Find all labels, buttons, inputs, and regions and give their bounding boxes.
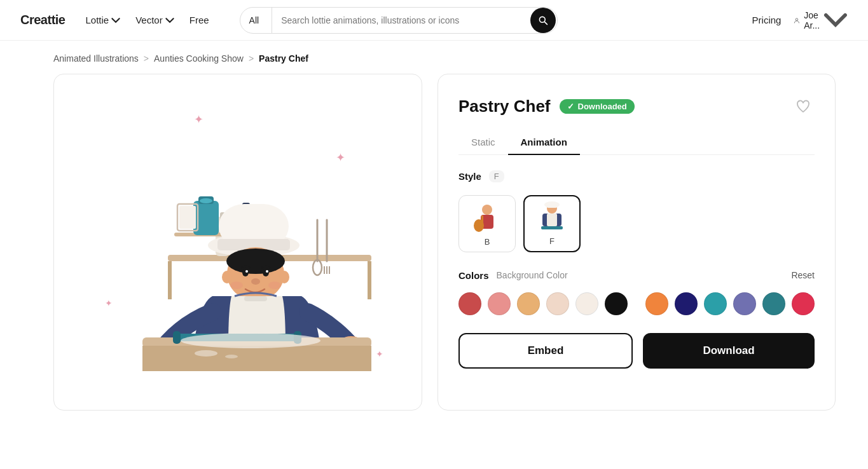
svg-point-39 <box>251 278 260 285</box>
style-row: Style F <box>458 170 815 182</box>
chevron-down-icon <box>111 16 120 25</box>
color-swatch-2[interactable] <box>517 292 540 315</box>
svg-point-24 <box>313 260 322 275</box>
user-icon <box>794 13 800 27</box>
svg-point-36 <box>263 269 269 276</box>
vector-menu[interactable]: Vector <box>135 15 174 25</box>
search-category-selector[interactable]: All <box>240 8 273 33</box>
search-button[interactable] <box>530 8 556 33</box>
svg-point-52 <box>225 355 238 358</box>
style-card-b-label: B <box>485 237 490 247</box>
svg-point-2 <box>796 18 799 20</box>
chevron-down-icon <box>165 16 174 25</box>
detail-header: Pastry Chef Downloaded <box>458 95 815 118</box>
svg-rect-62 <box>541 226 563 229</box>
color-swatches <box>458 292 815 315</box>
asset-title: Pastry Chef <box>458 97 551 116</box>
svg-point-40 <box>230 282 243 289</box>
color-swatch-6[interactable] <box>645 292 668 315</box>
color-swatch-4[interactable] <box>575 292 598 315</box>
sparkle-decoration: ✦ <box>194 112 203 126</box>
tabs: Static Animation <box>458 130 815 155</box>
search-bar: All <box>240 7 558 34</box>
style-card-f-label: F <box>549 236 555 246</box>
color-swatch-9[interactable] <box>733 292 756 315</box>
detail-panel: Pastry Chef Downloaded Static Animation … <box>437 74 836 411</box>
svg-point-50 <box>181 333 320 348</box>
style-f-preview <box>530 200 574 236</box>
reset-button[interactable]: Reset <box>791 270 815 280</box>
breadcrumb-sep-2: > <box>249 53 254 64</box>
style-card-b[interactable]: B <box>458 195 516 252</box>
svg-rect-56 <box>481 215 483 227</box>
style-cards: B F <box>458 195 815 252</box>
breadcrumb-current: Pastry Chef <box>259 53 308 64</box>
action-buttons: Embed Download <box>458 333 815 369</box>
pricing-link[interactable]: Pricing <box>752 15 782 25</box>
color-swatch-7[interactable] <box>675 292 698 315</box>
style-label: Style <box>458 171 481 182</box>
color-swatch-5[interactable] <box>605 292 628 315</box>
colors-row: Colors Background Color Reset <box>458 270 815 281</box>
colors-label: Colors <box>458 270 489 281</box>
svg-point-34 <box>279 271 289 283</box>
color-swatch-3[interactable] <box>546 292 569 315</box>
style-b-preview <box>465 200 509 237</box>
breadcrumb-animated-illustrations[interactable]: Animated Illustrations <box>53 53 139 64</box>
search-input[interactable] <box>272 8 530 33</box>
main-layout: ✦ ✦ ✦ ✦ <box>0 74 868 411</box>
sparkle-decoration: ✦ <box>336 151 345 165</box>
svg-point-37 <box>245 270 248 273</box>
color-swatch-11[interactable] <box>792 292 815 315</box>
logo[interactable]: Creattie <box>20 13 65 27</box>
preview-panel: ✦ ✦ ✦ ✦ <box>53 74 422 411</box>
svg-point-38 <box>266 270 268 273</box>
downloaded-badge: Downloaded <box>560 99 635 114</box>
nav-right: Pricing Joe Ar... <box>752 10 848 31</box>
sparkle-decoration: ✦ <box>376 349 383 359</box>
svg-point-41 <box>268 282 281 289</box>
download-button[interactable]: Download <box>643 333 815 369</box>
svg-point-32 <box>226 248 285 274</box>
search-icon <box>538 15 548 25</box>
nav-links: Lottie Vector Free <box>85 15 209 25</box>
style-badge: F <box>489 170 504 182</box>
svg-point-35 <box>242 269 249 276</box>
svg-line-1 <box>544 22 547 24</box>
favorite-button[interactable] <box>792 95 815 118</box>
svg-rect-48 <box>173 331 181 344</box>
heart-icon <box>796 99 811 114</box>
chevron-down-icon <box>823 13 848 27</box>
lottie-menu[interactable]: Lottie <box>85 15 120 25</box>
free-link[interactable]: Free <box>189 15 209 25</box>
color-swatch-1[interactable] <box>488 292 511 315</box>
svg-point-33 <box>222 271 232 283</box>
svg-point-19 <box>200 198 212 203</box>
svg-rect-4 <box>168 261 172 299</box>
svg-rect-59 <box>547 214 557 226</box>
style-card-f[interactable]: F <box>523 195 581 252</box>
svg-point-53 <box>482 205 492 215</box>
breadcrumb-aunties-cooking-show[interactable]: Aunties Cooking Show <box>154 53 244 64</box>
svg-rect-42 <box>244 296 267 301</box>
breadcrumb-sep-1: > <box>144 53 149 64</box>
tab-static[interactable]: Static <box>458 130 508 155</box>
title-row: Pastry Chef Downloaded <box>458 97 635 116</box>
svg-rect-61 <box>546 202 558 208</box>
user-menu[interactable]: Joe Ar... <box>794 10 848 31</box>
illustration-area: ✦ ✦ ✦ ✦ <box>54 74 422 410</box>
embed-button[interactable]: Embed <box>458 333 633 369</box>
color-swatch-8[interactable] <box>704 292 727 315</box>
tab-animation[interactable]: Animation <box>508 130 580 155</box>
svg-rect-46 <box>142 346 371 371</box>
color-swatch-10[interactable] <box>762 292 785 315</box>
navbar: Creattie Lottie Vector Free All Pricing … <box>0 0 868 41</box>
pastry-chef-illustration <box>92 109 384 376</box>
svg-rect-21 <box>179 206 196 229</box>
bg-color-label[interactable]: Background Color <box>497 270 568 280</box>
svg-point-51 <box>195 350 217 357</box>
color-swatch-0[interactable] <box>458 292 481 315</box>
svg-rect-5 <box>368 261 371 299</box>
breadcrumb: Animated Illustrations > Aunties Cooking… <box>0 41 868 74</box>
sparkle-decoration: ✦ <box>105 298 113 308</box>
